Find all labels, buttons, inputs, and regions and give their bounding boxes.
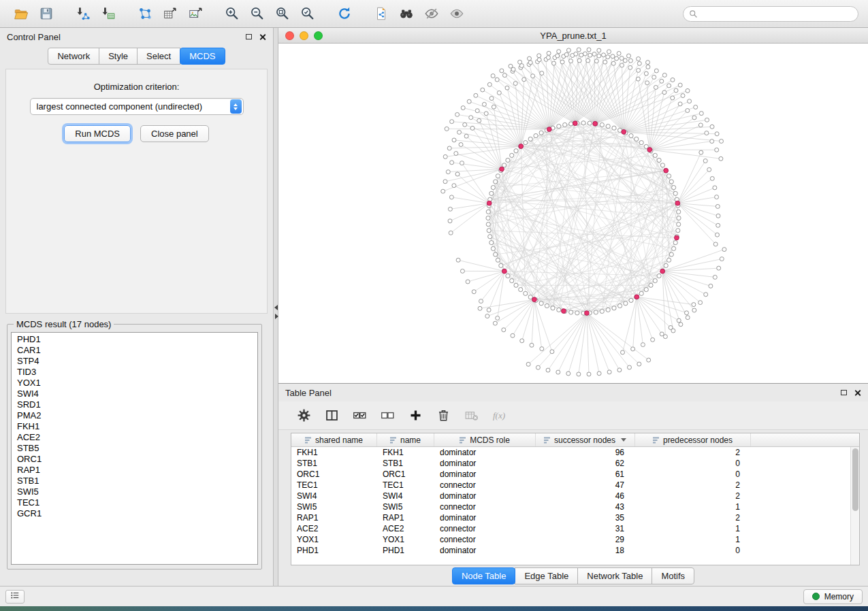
mcds-result-item[interactable]: ACE2 bbox=[17, 432, 257, 443]
column-header-label: MCDS role bbox=[470, 435, 510, 445]
table-panel-tabs: Node TableEdge TableNetwork TableMotifs bbox=[278, 565, 868, 586]
import-network-button[interactable] bbox=[71, 3, 95, 24]
close-panel-icon[interactable] bbox=[259, 33, 266, 41]
table-row[interactable]: YOX1YOX1connector291 bbox=[291, 534, 850, 545]
control-panel-header: Control Panel bbox=[0, 28, 273, 46]
open-session-button[interactable] bbox=[10, 3, 33, 24]
table-scrollbar[interactable] bbox=[850, 447, 859, 565]
zoom-fit-button[interactable] bbox=[271, 3, 294, 24]
search-input[interactable] bbox=[683, 6, 858, 22]
table-row[interactable]: ACE2ACE2connector311 bbox=[291, 523, 850, 534]
mcds-result-item[interactable]: YOX1 bbox=[17, 378, 257, 389]
column-header-name[interactable]: name bbox=[377, 433, 434, 446]
run-mcds-button[interactable]: Run MCDS bbox=[64, 125, 131, 142]
column-header-shared-name[interactable]: shared name bbox=[291, 433, 377, 446]
show-eye-button[interactable] bbox=[445, 3, 468, 24]
control-panel-tabs: NetworkStyleSelectMCDS bbox=[0, 48, 273, 65]
settings-gear-button[interactable] bbox=[295, 407, 312, 425]
share-document-button[interactable] bbox=[370, 3, 393, 24]
delete-table-icon bbox=[464, 408, 479, 423]
mcds-result-item[interactable]: STB1 bbox=[17, 476, 257, 486]
tab-network[interactable]: Network bbox=[48, 48, 99, 65]
mcds-result-item[interactable]: STP4 bbox=[17, 356, 257, 367]
zoom-in-button[interactable] bbox=[221, 3, 244, 24]
new-network-button[interactable] bbox=[133, 3, 157, 24]
table-cell: dominator bbox=[434, 491, 536, 501]
column-header-predecessor-nodes[interactable]: predecessor nodes bbox=[635, 433, 751, 446]
status-menu-button[interactable] bbox=[5, 590, 25, 604]
network-graph[interactable] bbox=[278, 44, 868, 383]
tab-node-table[interactable]: Node Table bbox=[452, 567, 516, 584]
import-table-icon bbox=[101, 6, 116, 21]
close-table-panel-icon[interactable] bbox=[854, 389, 861, 397]
scrollbar-thumb[interactable] bbox=[852, 448, 858, 511]
mcds-result-item[interactable]: CAR1 bbox=[17, 345, 257, 356]
zoom-selected-button[interactable] bbox=[296, 3, 319, 24]
mcds-result-item[interactable]: TEC1 bbox=[17, 497, 257, 508]
mcds-result-item[interactable]: PHD1 bbox=[17, 334, 257, 345]
add-column-button[interactable] bbox=[406, 407, 424, 425]
list-menu-icon bbox=[10, 591, 20, 600]
find-button[interactable] bbox=[395, 3, 418, 24]
refresh-layout-button[interactable] bbox=[333, 3, 356, 24]
mcds-result-item[interactable]: SRD1 bbox=[17, 399, 257, 410]
column-header-filler bbox=[751, 433, 859, 446]
mcds-result-item[interactable]: RAP1 bbox=[17, 465, 257, 476]
import-table-button[interactable] bbox=[97, 3, 120, 24]
export-image-button[interactable] bbox=[184, 3, 207, 24]
mcds-result-item[interactable]: FKH1 bbox=[17, 421, 257, 432]
column-header-label: predecessor nodes bbox=[663, 435, 733, 445]
tab-select[interactable]: Select bbox=[137, 48, 180, 65]
column-header-successor-nodes[interactable]: successor nodes bbox=[536, 433, 635, 446]
delete-column-button[interactable] bbox=[434, 407, 452, 425]
column-layout-button[interactable] bbox=[323, 407, 340, 425]
table-row[interactable]: PHD1PHD1dominator180 bbox=[291, 545, 850, 556]
memory-button[interactable]: Memory bbox=[803, 589, 863, 604]
mcds-result-item[interactable]: SWI5 bbox=[17, 486, 257, 497]
minimize-window-icon[interactable] bbox=[300, 31, 308, 40]
save-session-button[interactable] bbox=[35, 3, 58, 24]
column-header-label: name bbox=[400, 435, 421, 445]
table-row[interactable]: SWI4SWI4dominator462 bbox=[291, 491, 850, 501]
mcds-result-item[interactable]: TID3 bbox=[17, 367, 257, 378]
mcds-result-item[interactable]: GCR1 bbox=[17, 508, 257, 519]
optimization-criterion-dropdown[interactable]: largest connected component (undirected) bbox=[30, 98, 244, 115]
sort-icon bbox=[653, 437, 660, 444]
tab-edge-table[interactable]: Edge Table bbox=[515, 567, 578, 584]
mcds-result-item[interactable]: PMA2 bbox=[17, 410, 257, 421]
maximize-window-icon[interactable] bbox=[314, 31, 323, 40]
tab-motifs[interactable]: Motifs bbox=[652, 567, 694, 584]
table-cell: 35 bbox=[536, 512, 635, 523]
table-row[interactable]: ORC1ORC1dominator610 bbox=[291, 469, 850, 480]
collapse-left-icon[interactable] bbox=[274, 305, 278, 310]
table-cell: PHD1 bbox=[291, 545, 377, 556]
close-window-icon[interactable] bbox=[285, 31, 294, 40]
mcds-result-item[interactable]: ORC1 bbox=[17, 454, 257, 465]
mcds-result-item[interactable]: STB5 bbox=[17, 443, 257, 454]
table-row[interactable]: STB1STB1dominator620 bbox=[291, 458, 850, 469]
tab-mcds[interactable]: MCDS bbox=[180, 48, 225, 65]
table-row[interactable]: TEC1TEC1connector472 bbox=[291, 480, 850, 491]
close-panel-button[interactable]: Close panel bbox=[140, 125, 209, 142]
table-panel-header: Table Panel bbox=[278, 384, 868, 401]
table-row[interactable]: RAP1RAP1dominator352 bbox=[291, 512, 850, 523]
float-panel-icon[interactable] bbox=[246, 34, 252, 39]
tab-network-table[interactable]: Network Table bbox=[577, 567, 652, 584]
expand-right-icon[interactable] bbox=[275, 314, 278, 319]
column-header-MCDS-role[interactable]: MCDS role bbox=[434, 433, 536, 446]
panel-splitter[interactable] bbox=[274, 28, 278, 586]
mcds-result-item[interactable]: SWI4 bbox=[17, 389, 257, 399]
float-table-panel-icon[interactable] bbox=[841, 390, 847, 395]
export-table-button[interactable] bbox=[159, 3, 182, 24]
tab-style[interactable]: Style bbox=[99, 48, 138, 65]
select-all-rows-button[interactable] bbox=[351, 407, 368, 425]
mcds-result-list[interactable]: PHD1CAR1STP4TID3YOX1SWI4SRD1PMA2FKH1ACE2… bbox=[11, 332, 258, 565]
table-row[interactable]: FKH1FKH1dominator962 bbox=[291, 447, 850, 458]
zoom-out-button[interactable] bbox=[246, 3, 269, 24]
table-cell: 31 bbox=[536, 523, 635, 534]
hide-panel-button[interactable] bbox=[420, 3, 443, 24]
table-cell: dominator bbox=[434, 469, 536, 480]
network-canvas[interactable] bbox=[278, 44, 868, 383]
table-row[interactable]: SWI5SWI5connector431 bbox=[291, 501, 850, 512]
deselect-all-rows-button[interactable] bbox=[379, 407, 396, 425]
